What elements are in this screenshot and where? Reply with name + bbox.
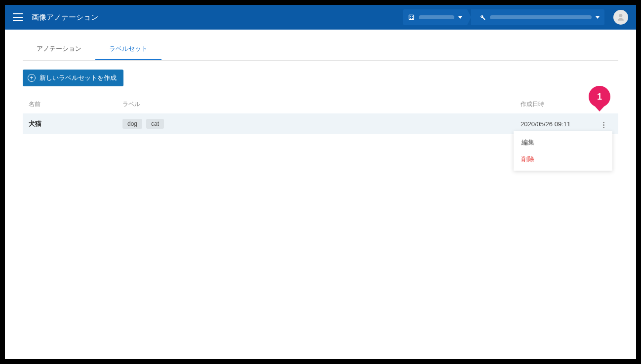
org-selector-value [419, 15, 454, 19]
table-header-name: 名前 [29, 100, 122, 109]
hamburger-menu-icon[interactable] [13, 13, 23, 21]
user-avatar[interactable] [613, 10, 628, 25]
create-labelset-button[interactable]: + 新しいラベルセットを作成 [23, 70, 123, 86]
svg-rect-2 [412, 16, 413, 17]
svg-point-5 [619, 14, 623, 17]
tab-annotation[interactable]: アノテーション [23, 37, 95, 60]
row-action-menu: 編集 削除 [514, 131, 612, 171]
label-chip: dog [122, 119, 142, 129]
row-actions: 編集 削除 [595, 117, 612, 130]
header-right [403, 9, 628, 25]
menu-item-delete[interactable]: 削除 [514, 151, 612, 168]
project-selector-dropdown[interactable] [471, 9, 604, 25]
table-header-row: 名前 ラベル 作成日時 [23, 95, 618, 113]
tab-bar: アノテーション ラベルセット [23, 37, 618, 61]
svg-rect-4 [412, 18, 413, 19]
plus-circle-icon: + [28, 74, 36, 82]
callout-badge: 1 [589, 86, 610, 111]
org-selector-dropdown[interactable] [403, 9, 467, 25]
main-content: アノテーション ラベルセット + 新しいラベルセットを作成 名前 ラベル 作成日… [5, 30, 636, 359]
labelset-name: 犬猫 [29, 119, 122, 128]
caret-down-icon [596, 16, 600, 19]
app-title: 画像アノテーション [32, 13, 98, 22]
svg-rect-0 [409, 15, 413, 19]
label-chip: cat [146, 119, 164, 129]
table-header-label: ラベル [122, 100, 521, 109]
callout-badge-number: 1 [589, 92, 610, 102]
caret-down-icon [458, 16, 462, 19]
labelset-table: 名前 ラベル 作成日時 犬猫 dog cat 2020/05/26 09:11 [23, 95, 618, 134]
tab-labelset[interactable]: ラベルセット [95, 37, 161, 60]
wrench-icon [479, 14, 486, 21]
table-row: 犬猫 dog cat 2020/05/26 09:11 編集 削除 [23, 113, 618, 134]
labelset-created-at: 2020/05/26 09:11 [521, 120, 595, 128]
create-labelset-button-label: 新しいラベルセットを作成 [40, 73, 117, 82]
svg-rect-1 [410, 16, 411, 17]
labelset-labels: dog cat [122, 119, 521, 129]
svg-rect-3 [410, 18, 411, 19]
kebab-menu-icon[interactable] [601, 120, 606, 130]
project-selector-value [490, 15, 592, 19]
table-header-created: 作成日時 [521, 100, 595, 109]
building-icon [408, 14, 415, 21]
app-header: 画像アノテーション [5, 5, 636, 30]
menu-item-edit[interactable]: 編集 [514, 134, 612, 151]
